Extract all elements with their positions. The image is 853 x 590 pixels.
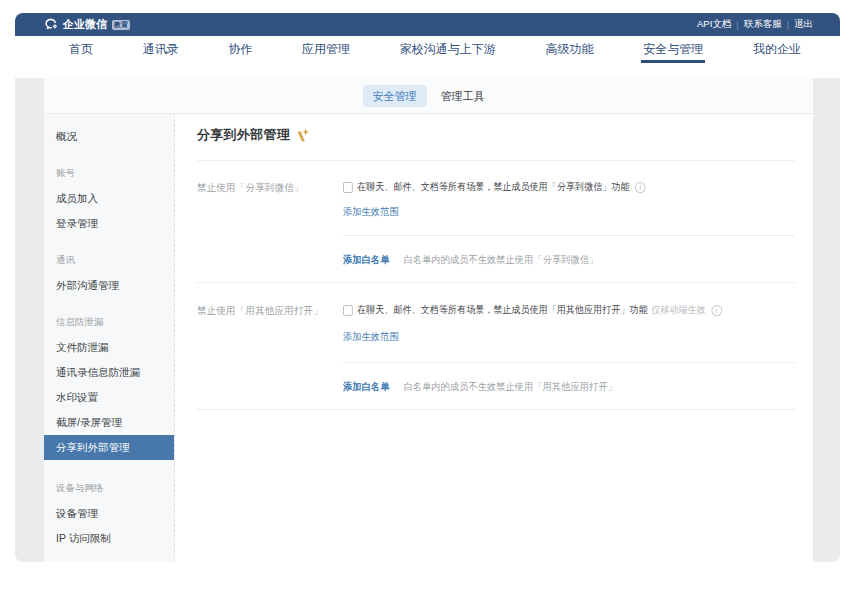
api-docs-link[interactable]: API文档 [697,18,731,31]
sidebar: 概况 账号 成员加入 登录管理 通讯 外部沟通管理 信息防泄漏 文件防泄漏 通讯… [44,114,175,562]
forbid-open-other-app-checkbox[interactable] [343,305,353,316]
checkbox-label: 在聊天、邮件、文档等所有场景，禁止成员使用「分享到微信」功能 [357,180,629,194]
info-circle-icon[interactable]: i [635,182,646,193]
sidebar-group-communication: 通讯 [44,248,174,273]
divider [343,362,795,363]
sidebar-item-external-communication[interactable]: 外部沟通管理 [44,273,174,298]
section-share-to-wechat: 禁止使用「分享到微信」 在聊天、邮件、文档等所有场景，禁止成员使用「分享到微信」… [197,161,795,283]
forbid-share-checkbox[interactable] [343,182,353,193]
setting-label: 禁止使用「用其他应用打开」 [197,303,336,344]
separator: | [787,20,789,30]
admin-console-window: 企业微信 教育 API文档 | 联系客服 | 退出 首页 通讯录 协作 应用管理… [15,13,840,562]
sidebar-item-watermark[interactable]: 水印设置 [44,385,174,410]
nav-item-collaboration[interactable]: 协作 [228,36,252,63]
primary-nav: 首页 通讯录 协作 应用管理 家校沟通与上下游 高级功能 安全与管理 我的企业 [15,36,840,63]
add-scope-link[interactable]: 添加生效范围 [343,330,399,344]
sidebar-item-file-dlp[interactable]: 文件防泄漏 [44,335,174,360]
checkbox-label: 在聊天、邮件、文档等所有场景，禁止成员使用「用其他应用打开」功能 [357,303,648,317]
content-card: 安全管理 管理工具 概况 账号 成员加入 登录管理 通讯 外部沟通管理 信息防泄… [44,78,813,562]
section-open-with-other-app: 禁止使用「用其他应用打开」 在聊天、邮件、文档等所有场景，禁止成员使用「用其他应… [197,283,795,410]
main-panel: 分享到外部管理 禁止使用「分享到微信」 [175,114,813,562]
sidebar-group-dlp: 信息防泄漏 [44,310,174,335]
divider [343,235,795,236]
tab-security-management[interactable]: 安全管理 [363,85,427,107]
add-scope-link[interactable]: 添加生效范围 [343,205,399,219]
logout-link[interactable]: 退出 [794,18,813,31]
sidebar-item-member-join[interactable]: 成员加入 [44,186,174,211]
info-circle-icon[interactable]: i [711,305,722,316]
nav-item-my-company[interactable]: 我的企业 [753,36,801,63]
nav-item-security[interactable]: 安全与管理 [643,36,703,63]
nav-item-contacts[interactable]: 通讯录 [143,36,179,63]
setting-label: 禁止使用「分享到微信」 [197,180,336,219]
wecom-logo-icon [44,17,59,32]
sidebar-item-ip-restriction[interactable]: IP 访问限制 [44,526,174,551]
divider [197,409,795,410]
sidebar-item-login-management[interactable]: 登录管理 [44,211,174,236]
nav-item-apps[interactable]: 应用管理 [302,36,350,63]
whitelist-description: 白名单内的成员不生效禁止使用「分享到微信」 [403,254,598,265]
brand-edition-badge: 教育 [112,20,130,30]
topbar: 企业微信 教育 API文档 | 联系客服 | 退出 [15,13,840,36]
separator: | [736,20,738,30]
sidebar-item-device-management[interactable]: 设备管理 [44,501,174,526]
nav-item-school[interactable]: 家校沟通与上下游 [400,36,496,63]
content-backdrop: 安全管理 管理工具 概况 账号 成员加入 登录管理 通讯 外部沟通管理 信息防泄… [15,78,840,562]
add-whitelist-link[interactable]: 添加白名单 [343,380,389,394]
brand-name: 企业微信 [63,17,107,32]
sidebar-item-contacts-dlp[interactable]: 通讯录信息防泄漏 [44,360,174,385]
tab-row: 安全管理 管理工具 [44,78,813,114]
brand[interactable]: 企业微信 教育 [44,17,130,32]
sidebar-item-external-share[interactable]: 分享到外部管理 [44,435,174,460]
mobile-only-note: 仅移动端生效 [651,303,705,317]
nav-item-home[interactable]: 首页 [69,36,93,63]
vip-gold-icon [297,128,309,143]
contact-support-link[interactable]: 联系客服 [744,18,782,31]
sidebar-item-overview[interactable]: 概况 [44,124,174,149]
sidebar-group-account: 账号 [44,161,174,186]
add-whitelist-link[interactable]: 添加白名单 [343,253,389,267]
nav-item-advanced[interactable]: 高级功能 [546,36,594,63]
whitelist-description: 白名单内的成员不生效禁止使用「用其他应用打开」 [403,381,616,392]
sidebar-group-device-network: 设备与网络 [44,476,174,501]
page-title: 分享到外部管理 [197,126,290,144]
tab-management-tools[interactable]: 管理工具 [431,85,495,107]
sidebar-item-screenshot[interactable]: 截屏/录屏管理 [44,410,174,435]
